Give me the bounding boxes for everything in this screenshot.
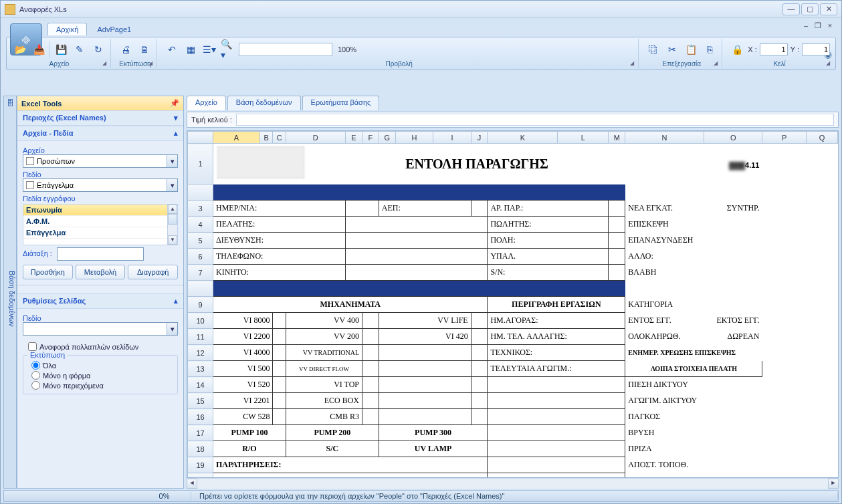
y-input[interactable] [802,43,830,55]
zoom-tool-icon[interactable]: 🔍▾ [220,41,236,57]
col-header[interactable]: M [609,132,625,144]
row-header[interactable]: 9 [188,297,213,313]
list-scrollbar[interactable]: ▲ ▼ [167,205,177,245]
row-header[interactable]: 13 [188,361,213,377]
row-header[interactable]: 10 [188,313,213,329]
col-header[interactable]: G [379,132,395,144]
row-header[interactable]: 11 [188,329,213,345]
paste-icon[interactable]: 📋 [683,41,699,57]
cut-icon[interactable]: ✂ [664,41,680,57]
chevron-down-icon[interactable]: ▾ [167,155,177,167]
sheet-tab-file[interactable]: Αρχείο [187,96,226,110]
scroll-right-icon[interactable]: ► [828,479,839,489]
edit-icon[interactable]: ✎ [72,41,88,57]
row-header[interactable]: 1 [188,144,213,184]
col-header[interactable]: C [273,132,286,144]
row-header[interactable]: 3 [188,201,213,217]
list-item[interactable]: Επωνυμία [23,205,177,216]
col-header[interactable]: O [704,132,762,144]
print-all-radio[interactable] [31,361,40,370]
section-page-settings[interactable]: Ρυθμίσεις Σελίδας▴ [17,293,183,309]
scroll-up-icon[interactable]: ▲ [168,205,177,214]
col-header[interactable]: E [345,132,362,144]
col-header[interactable]: H [395,132,433,144]
file-dialog-launcher[interactable]: ◢ [102,60,109,67]
row-header[interactable]: 16 [188,409,213,425]
horizontal-scrollbar[interactable]: ◄ ► [187,478,839,489]
col-header[interactable]: F [362,132,379,144]
mdi-minimize-button[interactable]: – [801,21,811,30]
tab-advpage1[interactable]: AdvPage1 [88,23,140,35]
field-combo[interactable]: Επάγγελμα ▾ [23,178,178,192]
close-button[interactable]: ✕ [820,3,837,15]
import-icon[interactable]: 📥 [31,41,47,57]
chevron-down-icon[interactable]: ▾ [167,179,177,191]
print-dialog-launcher[interactable]: ◢ [148,60,155,67]
section-regions[interactable]: Περιοχές (Excel Names)▾ [17,110,183,126]
row-header[interactable] [188,184,213,201]
borders-icon[interactable]: ▦ [183,41,199,57]
spreadsheet-grid[interactable]: A B C D E F G H I J K L M N O [187,130,839,478]
page-field-combo[interactable]: ▾ [23,322,178,336]
row-header[interactable]: 20 [188,473,213,479]
list-item[interactable]: Α.Φ.Μ. [23,216,177,227]
mdi-restore-button[interactable]: ❐ [813,21,823,30]
col-header[interactable]: P [762,132,806,144]
sheet-tab-database[interactable]: Βάση δεδομένων [227,96,301,110]
col-header[interactable]: A [213,132,260,144]
col-header[interactable]: I [433,132,471,144]
row-header[interactable]: 7 [188,265,213,281]
col-header[interactable]: N [625,132,704,144]
row-header[interactable]: 15 [188,393,213,409]
col-header[interactable]: J [471,132,488,144]
chevron-down-icon[interactable]: ▾ [167,323,177,335]
col-header[interactable]: B [259,132,273,144]
row-header[interactable]: 6 [188,249,213,265]
doc-fields-list[interactable]: Επωνυμία Α.Φ.Μ. Επάγγελμα ▲ ▼ [23,204,178,245]
sheet-tab-queries[interactable]: Ερωτήματα βάσης [302,96,380,110]
col-header[interactable]: Q [806,132,837,144]
open-icon[interactable]: 📂 [12,41,28,57]
col-header[interactable]: D [286,132,345,144]
select-all-corner[interactable] [188,132,213,144]
minimize-button[interactable]: — [782,3,800,15]
copy-icon[interactable]: ⿻ [645,41,661,57]
multipage-checkbox[interactable] [28,342,37,351]
row-header[interactable]: 5 [188,233,213,249]
tab-home[interactable]: Αρχική [47,23,87,35]
row-header[interactable]: 18 [188,441,213,457]
col-header[interactable]: L [558,132,609,144]
list-icon[interactable]: ☰▾ [201,41,217,57]
print-form-radio[interactable] [31,371,40,380]
edit-dialog-launcher[interactable]: ◢ [714,60,720,67]
save-icon[interactable]: 💾 [53,41,69,57]
lock-icon[interactable]: 🔒 [729,41,745,57]
side-tab-database[interactable]: 🗄 Βάση δεδομένων [3,96,17,489]
print-content-radio[interactable] [31,381,40,390]
row-header[interactable]: 4 [188,217,213,233]
undo-icon[interactable]: ↶ [164,41,180,57]
row-header[interactable]: 19 [188,457,213,473]
row-header[interactable]: 14 [188,377,213,393]
print-preview-icon[interactable]: 🗎 [136,41,152,57]
maximize-button[interactable]: ▢ [801,3,819,15]
modify-button[interactable]: Μεταβολή [76,265,126,279]
print-icon[interactable]: 🖨 [118,41,134,57]
formula-input[interactable] [236,114,834,126]
col-header[interactable]: K [488,132,558,144]
scroll-down-icon[interactable]: ▼ [168,235,177,245]
paste-special-icon[interactable]: ⎘ [702,41,718,57]
layout-input[interactable] [57,247,144,261]
row-header[interactable]: 17 [188,425,213,441]
file-combo[interactable]: Προσώπων ▾ [23,154,178,168]
cell-dialog-launcher[interactable]: ◢ [826,60,833,67]
mdi-close-button[interactable]: × [825,21,835,30]
section-files-fields[interactable]: Αρχεία - Πεδία▴ [17,126,183,141]
x-input[interactable] [760,43,788,55]
add-button[interactable]: Προσθήκη [23,265,73,279]
refresh-green-icon[interactable]: ↻ [90,41,106,57]
row-header[interactable] [188,281,213,297]
delete-button[interactable]: Διαγραφή [128,265,178,279]
scroll-left-icon[interactable]: ◄ [187,479,197,489]
pin-icon[interactable]: 📌 [170,99,179,108]
